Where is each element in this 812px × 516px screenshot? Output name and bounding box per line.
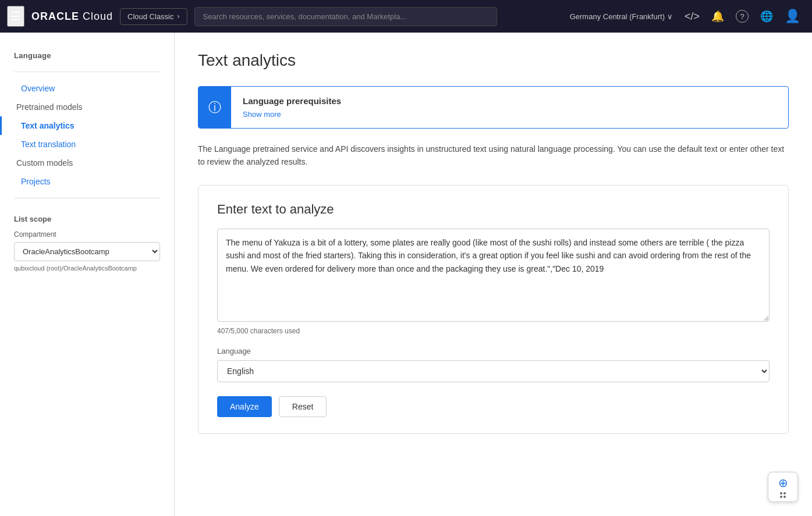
sidebar-item-projects[interactable]: Projects (0, 172, 174, 191)
analyze-card: Enter text to analyze The menu of Yakuza… (198, 185, 789, 434)
region-label: Germany Central (Frankfurt) (570, 12, 665, 21)
region-selector[interactable]: Germany Central (Frankfurt) ∨ (565, 12, 678, 21)
dot-3 (780, 496, 782, 498)
topnav-right-actions: Germany Central (Frankfurt) ∨ </> 🔔 ? 🌐 … (565, 5, 805, 27)
info-circle-icon: ⓘ (208, 99, 221, 116)
help-button[interactable]: ? (731, 6, 753, 26)
dot-1 (780, 492, 782, 494)
help-fab-dots (780, 492, 786, 498)
char-count: 407/5,000 characters used (217, 327, 770, 335)
analyze-button[interactable]: Analyze (217, 396, 272, 417)
sidebar-item-pretrained-models[interactable]: Pretrained models (0, 98, 174, 116)
search-input[interactable] (194, 7, 497, 26)
question-mark-icon: ? (736, 10, 749, 23)
cloud-classic-button[interactable]: Cloud Classic › (120, 8, 187, 25)
action-buttons: Analyze Reset (217, 396, 770, 417)
code-editor-button[interactable]: </> (680, 7, 704, 26)
main-content: Text analytics ⓘ Language prerequisites … (175, 33, 812, 516)
language-select[interactable]: English French German Spanish (217, 360, 770, 382)
textarea-wrapper: The menu of Yakuza is a bit of a lottery… (217, 229, 770, 323)
dot-4 (783, 496, 786, 498)
code-icon: </> (685, 10, 700, 23)
user-profile-button[interactable]: 👤 (780, 5, 805, 27)
language-field-label: Language (217, 347, 770, 355)
info-box-icon-col: ⓘ (198, 87, 231, 128)
chevron-right-icon: › (178, 12, 180, 20)
reset-button[interactable]: Reset (279, 396, 327, 417)
language-globe-button[interactable]: 🌐 (756, 6, 778, 26)
user-icon: 👤 (785, 9, 800, 24)
sidebar-item-custom-models[interactable]: Custom models (0, 154, 174, 172)
page-title: Text analytics (198, 51, 789, 70)
description-text: The Language pretrained service and API … (198, 143, 789, 169)
sidebar-divider-2 (14, 198, 160, 198)
compartment-select[interactable]: OracleAnalyticsBootcamp (14, 242, 160, 261)
sidebar-item-text-analytics[interactable]: Text analytics (0, 116, 174, 135)
sidebar-item-overview[interactable]: Overview (0, 79, 174, 98)
sidebar-section-language: Language (0, 47, 174, 65)
notifications-button[interactable]: 🔔 (707, 6, 729, 26)
lifebuoy-icon: ⊕ (778, 476, 788, 490)
globe-icon: 🌐 (760, 10, 773, 23)
chevron-down-icon: ∨ (667, 12, 673, 21)
help-fab-button[interactable]: ⊕ (768, 472, 798, 502)
sidebar: Language Overview Pretrained models Text… (0, 33, 175, 516)
hamburger-menu-button[interactable]: ☰ (7, 6, 24, 27)
bell-icon: 🔔 (711, 10, 724, 23)
list-scope-section: List scope Compartment OracleAnalyticsBo… (0, 205, 174, 281)
info-box-title: Language prerequisites (243, 96, 341, 106)
sidebar-divider (14, 72, 160, 72)
compartment-label: Compartment (14, 230, 160, 239)
analyze-textarea[interactable]: The menu of Yakuza is a bit of a lottery… (217, 229, 770, 322)
sidebar-item-text-translation[interactable]: Text translation (0, 135, 174, 154)
compartment-path: qubixcloud (root)/OracleAnalyticsBootcam… (14, 265, 160, 272)
oracle-logo: ORACLE Cloud (31, 10, 113, 23)
show-more-link[interactable]: Show more (243, 110, 281, 119)
dot-2 (783, 492, 786, 494)
cloud-classic-label: Cloud Classic (127, 12, 173, 21)
top-navigation: ☰ ORACLE Cloud Cloud Classic › Germany C… (0, 0, 812, 33)
list-scope-label: List scope (14, 215, 160, 223)
analyze-card-title: Enter text to analyze (217, 202, 770, 217)
page-layout: Language Overview Pretrained models Text… (0, 33, 812, 516)
info-box-content: Language prerequisites Show more (231, 87, 353, 128)
info-box: ⓘ Language prerequisites Show more (198, 86, 789, 129)
